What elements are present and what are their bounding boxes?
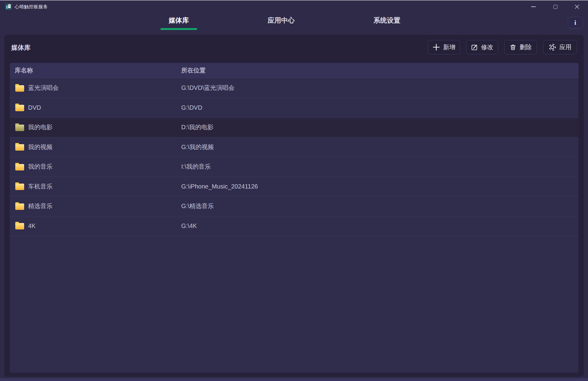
library-path: G:\iPhone_Music_20241126 (181, 183, 579, 190)
folder-icon (15, 144, 24, 151)
modify-button[interactable]: 修改 (466, 40, 498, 54)
apply-button-label: 应用 (559, 43, 571, 51)
edit-icon (471, 44, 478, 51)
table-body: 蓝光演唱会 G:\DVD\蓝光演唱会 DVD G:\DVD 我的电影 (10, 78, 579, 236)
page-title: 媒体库 (11, 43, 31, 52)
table-row[interactable]: 我的视频 G:\我的视频 (10, 137, 579, 157)
folder-icon (15, 223, 24, 229)
folder-icon (15, 203, 24, 210)
content-panel: 媒体库 新增 修改 删除 应用 库名称 所在 (4, 35, 584, 377)
library-name: 我的视频 (28, 143, 53, 151)
table-header: 库名称 所在位置 (10, 63, 579, 78)
library-name-cell: 4K (10, 222, 181, 229)
library-name-cell: 我的视频 (10, 143, 181, 151)
column-header-path: 所在位置 (181, 66, 579, 75)
plus-icon (432, 43, 440, 51)
folder-icon (15, 105, 24, 111)
library-path: D:\我的电影 (181, 123, 579, 131)
add-button-label: 新增 (443, 43, 455, 51)
table-row[interactable]: 4K G:\4K (10, 216, 579, 236)
library-name-cell: 我的音乐 (10, 163, 181, 171)
media-library-table: 库名称 所在位置 蓝光演唱会 G:\DVD\蓝光演唱会 DVD (10, 63, 579, 373)
library-path: G:\DVD\蓝光演唱会 (181, 84, 579, 92)
close-button[interactable] (570, 1, 584, 13)
library-name: 4K (28, 222, 35, 229)
delete-button-label: 删除 (520, 43, 532, 51)
library-name-cell: 蓝光演唱会 (10, 84, 181, 92)
library-name: DVD (28, 104, 41, 111)
app-icon (5, 3, 12, 10)
window-bottom-edge (0, 378, 588, 381)
folder-icon (15, 85, 24, 92)
library-name: 车机音乐 (28, 182, 53, 191)
library-name-cell: DVD (10, 104, 181, 111)
maximize-icon (553, 5, 557, 9)
apply-icon (549, 43, 556, 51)
apply-button[interactable]: 应用 (543, 40, 577, 54)
title-bar: 心晴触控板服务 (0, 1, 588, 13)
library-path: G:\DVD (181, 104, 579, 111)
library-name-cell: 我的电影 (10, 123, 181, 131)
tab-media-library[interactable]: 媒体库 (157, 14, 200, 31)
library-name-cell: 车机音乐 (10, 182, 181, 191)
library-name-cell: 精选音乐 (10, 202, 181, 210)
library-path: G:\4K (181, 222, 579, 229)
library-path: G:\精选音乐 (181, 202, 579, 210)
table-row[interactable]: 我的音乐 I:\我的音乐 (10, 157, 579, 177)
delete-button[interactable]: 删除 (504, 40, 537, 54)
add-button[interactable]: 新增 (428, 40, 460, 54)
folder-icon (15, 164, 24, 170)
tab-label: 系统设置 (366, 16, 408, 25)
folder-icon (15, 184, 24, 190)
table-row[interactable]: 车机音乐 G:\iPhone_Music_20241126 (10, 177, 579, 197)
close-icon (575, 4, 579, 9)
library-name: 我的电影 (28, 123, 53, 131)
window-title: 心晴触控板服务 (15, 4, 48, 10)
maximize-button[interactable] (548, 1, 562, 13)
minimize-button[interactable] (526, 1, 540, 13)
table-row[interactable]: 我的电影 D:\我的电影 (10, 118, 579, 137)
tab-label: 应用中心 (260, 16, 303, 25)
minimize-icon (531, 6, 536, 7)
table-row[interactable]: DVD G:\DVD (10, 98, 579, 118)
library-name: 蓝光演唱会 (28, 84, 59, 92)
column-header-name: 库名称 (10, 66, 181, 75)
info-button[interactable]: i (568, 17, 583, 28)
trash-icon (509, 44, 516, 51)
info-icon: i (575, 19, 576, 27)
library-path: G:\我的视频 (181, 143, 579, 151)
modify-button-label: 修改 (481, 43, 493, 51)
active-tab-indicator (160, 28, 197, 30)
tab-label: 媒体库 (157, 16, 200, 25)
library-path: I:\我的音乐 (181, 163, 579, 171)
library-name: 精选音乐 (28, 202, 53, 210)
table-row[interactable]: 精选音乐 G:\精选音乐 (10, 196, 579, 216)
table-row[interactable]: 蓝光演唱会 G:\DVD\蓝光演唱会 (10, 78, 579, 98)
tab-app-center[interactable]: 应用中心 (260, 14, 303, 31)
library-name: 我的音乐 (28, 163, 53, 171)
tab-system-settings[interactable]: 系统设置 (366, 14, 408, 31)
folder-icon (15, 125, 24, 131)
